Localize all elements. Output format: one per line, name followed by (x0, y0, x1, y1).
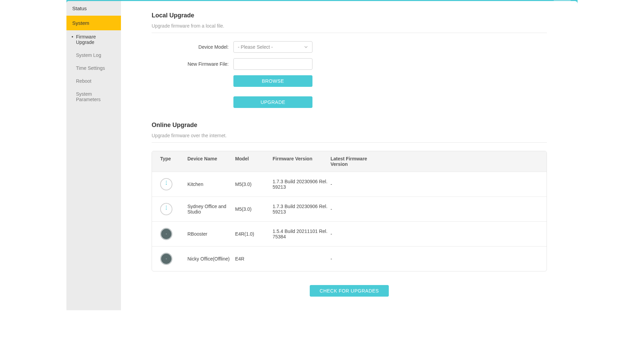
latest-firmware-cell: - (331, 256, 377, 262)
sidebar-subitem-reboot[interactable]: Reboot (66, 75, 121, 88)
sidebar-subitem-system-parameters[interactable]: System Parameters (66, 88, 121, 106)
local-upgrade-desc: Upgrade firmware from a local file. (152, 23, 547, 33)
sidebar: Status System Firmware Upgrade System Lo… (66, 1, 121, 310)
sidebar-subitem-firmware-upgrade[interactable]: Firmware Upgrade (66, 30, 121, 49)
device-type-icon (160, 203, 172, 215)
col-latest-firmware: Latest Firmware Version (331, 156, 377, 167)
online-upgrade-desc: Upgrade firmware over the internet. (152, 133, 547, 143)
firmware-version-cell: 1.5.4 Build 20211101 Rel. 75384 (273, 229, 331, 239)
local-upgrade-title: Local Upgrade (152, 12, 547, 19)
device-name-cell: Sydney Office and Studio (187, 204, 235, 215)
table-row: RBoosterE4R(1.0)1.5.4 Build 20211101 Rel… (152, 221, 547, 246)
chevron-down-icon (304, 45, 308, 49)
online-upgrade-section: Online Upgrade Upgrade firmware over the… (152, 122, 547, 297)
sidebar-subitem-label: Reboot (76, 78, 91, 84)
device-table: Type Device Name Model Firmware Version … (152, 151, 547, 271)
firmware-file-row: New Firmware File: (152, 58, 547, 70)
main-container: Status System Firmware Upgrade System Lo… (66, 12, 578, 310)
sidebar-subitem-time-settings[interactable]: Time Settings (66, 62, 121, 75)
table-row: Sydney Office and StudioM5(3.0)1.7.3 Bui… (152, 196, 547, 221)
table-row: Nicky Office(Offline)E4R- (152, 246, 547, 271)
latest-firmware-cell: - (331, 231, 377, 237)
upgrade-button[interactable]: UPGRADE (233, 96, 312, 108)
sidebar-item-label: System (72, 20, 89, 26)
table-row: KitchenM5(3.0)1.7.3 Build 20230906 Rel. … (152, 172, 547, 196)
col-type: Type (160, 156, 187, 167)
sidebar-item-status[interactable]: Status (66, 1, 121, 16)
device-model-cell: E4R (235, 256, 273, 262)
sidebar-subitem-label: System Parameters (76, 91, 101, 102)
browse-button[interactable]: BROWSE (233, 75, 312, 87)
sidebar-subitem-label: System Log (76, 52, 101, 58)
firmware-file-input[interactable] (233, 58, 312, 70)
device-type-icon (160, 178, 172, 190)
device-model-select[interactable]: - Please Select - (233, 41, 312, 53)
col-firmware-version: Firmware Version (273, 156, 331, 167)
device-name-cell: Kitchen (187, 182, 235, 187)
table-header: Type Device Name Model Firmware Version … (152, 151, 547, 172)
online-upgrade-title: Online Upgrade (152, 122, 547, 129)
check-for-upgrades-button[interactable]: CHECK FOR UPGRADES (310, 285, 389, 297)
sidebar-subitem-label: Firmware Upgrade (76, 34, 96, 45)
device-type-icon (160, 228, 172, 240)
device-model-cell: M5(3.0) (235, 182, 273, 187)
firmware-version-cell: 1.7.3 Build 20230906 Rel. 59213 (273, 179, 331, 190)
firmware-version-cell: 1.7.3 Build 20230906 Rel. 59213 (273, 204, 331, 215)
latest-firmware-cell: - (331, 206, 377, 212)
device-type-icon (160, 253, 172, 265)
sidebar-subitem-system-log[interactable]: System Log (66, 49, 121, 62)
device-model-cell: E4R(1.0) (235, 231, 273, 237)
content-area: Local Upgrade Upgrade firmware from a lo… (121, 1, 578, 310)
sidebar-item-system[interactable]: System (66, 16, 121, 30)
device-model-placeholder: - Please Select - (238, 44, 273, 50)
col-device-name: Device Name (187, 156, 235, 167)
sidebar-subitem-label: Time Settings (76, 65, 105, 71)
firmware-file-label: New Firmware File: (152, 61, 233, 67)
col-model: Model (235, 156, 273, 167)
device-name-cell: RBooster (187, 231, 235, 237)
sidebar-item-label: Status (72, 5, 87, 11)
latest-firmware-cell: - (331, 182, 377, 187)
device-model-cell: M5(3.0) (235, 206, 273, 212)
device-model-row: Device Model: - Please Select - (152, 41, 547, 53)
device-name-cell: Nicky Office(Offline) (187, 256, 235, 262)
device-model-label: Device Model: (152, 44, 233, 50)
